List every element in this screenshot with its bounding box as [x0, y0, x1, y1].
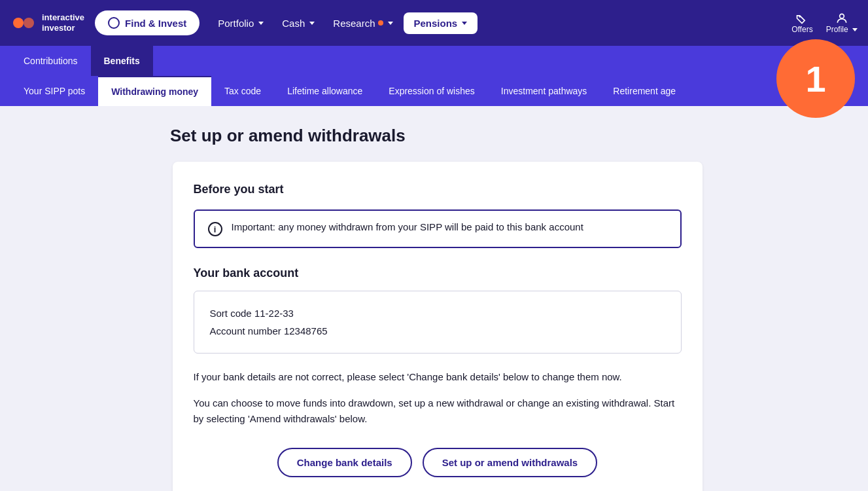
body-text-1: If your bank details are not correct, pl… — [194, 369, 682, 385]
setup-amend-withdrawals-button[interactable]: Set up or amend withdrawals — [423, 448, 598, 477]
svg-point-1 — [24, 18, 34, 28]
change-bank-details-button[interactable]: Change bank details — [277, 448, 412, 477]
tab-expression-of-wishes[interactable]: Expression of wishes — [375, 76, 488, 106]
nav-pensions[interactable]: Pensions — [404, 12, 478, 34]
tab-tax-code[interactable]: Tax code — [211, 76, 274, 106]
main-card: Before you start i Important: any money … — [173, 162, 703, 491]
sub-nav-tabs: Your SIPP pots Withdrawing money Tax cod… — [0, 76, 868, 106]
tag-icon — [795, 12, 808, 25]
before-you-start-title: Before you start — [194, 183, 682, 196]
page-title: Set up or amend withdrawals — [13, 126, 855, 146]
bank-details-box: Sort code 11-22-33 Account number 123487… — [194, 291, 682, 354]
profile-link[interactable]: Profile — [826, 12, 858, 34]
info-icon: i — [208, 222, 222, 236]
nav-links: Portfolio Cash Research Pensions — [210, 12, 791, 34]
tab-investment-pathways[interactable]: Investment pathways — [488, 76, 600, 106]
tab-withdrawing-money[interactable]: Withdrawing money — [98, 76, 211, 106]
nav-right: Offers Profile — [791, 12, 858, 34]
chevron-down-icon — [388, 22, 393, 25]
body-text-2: You can choose to move funds into drawdo… — [194, 395, 682, 427]
search-icon — [108, 17, 120, 29]
chevron-down-icon — [852, 28, 858, 31]
info-box: i Important: any money withdrawn from yo… — [194, 209, 682, 248]
nav-cash[interactable]: Cash — [274, 12, 322, 34]
logo-icon — [10, 10, 37, 36]
sub-nav-benefits: Contributions Benefits — [0, 46, 868, 76]
chevron-down-icon — [309, 22, 315, 25]
card-container: Before you start i Important: any money … — [166, 162, 703, 491]
svg-point-0 — [13, 18, 24, 28]
step-badge: 1 — [776, 39, 855, 118]
sort-code: Sort code 11-22-33 — [210, 304, 665, 322]
svg-point-2 — [799, 16, 801, 18]
account-number: Account number 12348765 — [210, 322, 665, 340]
subnav1-benefits[interactable]: Benefits — [91, 46, 153, 76]
top-navigation: interactive investor Find & Invest Portf… — [0, 0, 868, 46]
tab-retirement-age[interactable]: Retirement age — [600, 76, 689, 106]
svg-point-3 — [839, 14, 844, 18]
action-buttons: Change bank details Set up or amend with… — [194, 448, 682, 477]
offers-link[interactable]: Offers — [791, 12, 812, 34]
info-text: Important: any money withdrawn from your… — [232, 221, 583, 232]
chevron-down-icon — [462, 22, 467, 25]
tab-your-sipp-pots[interactable]: Your SIPP pots — [10, 76, 98, 106]
profile-icon — [835, 12, 848, 25]
find-invest-button[interactable]: Find & Invest — [95, 10, 200, 35]
brand-name: interactive investor — [42, 12, 84, 33]
main-content: Set up or amend withdrawals Before you s… — [0, 106, 868, 491]
subnav1-contributions[interactable]: Contributions — [10, 46, 91, 76]
nav-portfolio[interactable]: Portfolio — [210, 12, 271, 34]
bank-section-title: Your bank account — [194, 266, 682, 280]
chevron-down-icon — [258, 22, 264, 25]
logo[interactable]: interactive investor — [10, 10, 84, 36]
notification-dot — [378, 20, 383, 26]
nav-research[interactable]: Research — [325, 12, 400, 34]
tab-lifetime-allowance[interactable]: Lifetime allowance — [274, 76, 375, 106]
